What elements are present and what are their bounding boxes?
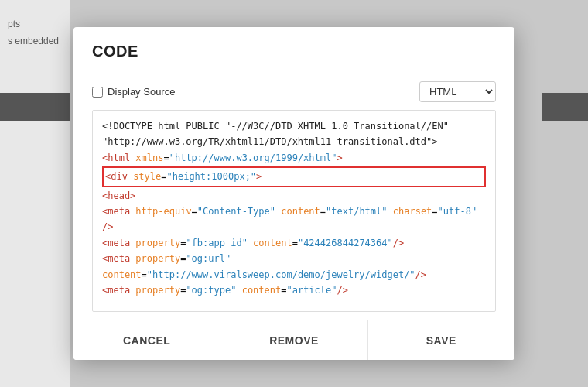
toolbar-row: Display Source HTML CSS JavaScript <box>92 81 496 102</box>
modal-header: CODE <box>74 27 514 70</box>
code-line-10: content="http://www.viralsweep.com/demo/… <box>102 267 486 283</box>
code-line-9: <meta property="og:url" <box>102 251 486 266</box>
format-dropdown[interactable]: HTML CSS JavaScript <box>420 82 495 101</box>
save-button[interactable]: SAVE <box>368 320 514 360</box>
modal-title: CODE <box>92 43 138 60</box>
code-line-11: <meta property="og:type" content="articl… <box>102 283 486 298</box>
display-source-label[interactable]: Display Source <box>92 86 175 98</box>
modal-body: Display Source HTML CSS JavaScript <!DOC… <box>74 70 514 320</box>
code-line-7: /> <box>102 219 486 235</box>
modal-footer: CANCEL REMOVE SAVE <box>74 320 514 360</box>
code-line-5: <head> <box>102 188 486 204</box>
code-line-8: <meta property="fb:app_id" content="4244… <box>102 235 486 251</box>
code-line-3: <html xmlns="http://www.w3.org/1999/xhtm… <box>102 150 486 166</box>
code-line-1: <!DOCTYPE html PUBLIC "-//W3C//DTD XHTML… <box>102 118 486 134</box>
display-source-text: Display Source <box>108 86 175 98</box>
code-line-6: <meta http-equiv="Content-Type" content=… <box>102 204 486 219</box>
code-line-2: "http://www.w3.org/TR/xhtml11/DTD/xhtml1… <box>102 134 486 149</box>
remove-button[interactable]: REMOVE <box>220 320 368 360</box>
format-selector[interactable]: HTML CSS JavaScript <box>419 81 496 102</box>
code-area: <!DOCTYPE html PUBLIC "-//W3C//DTD XHTML… <box>92 110 496 312</box>
code-line-4-highlighted: <div style="height:1000px;"> <box>102 166 486 187</box>
modal-overlay: CODE Display Source HTML CSS JavaScript <box>0 0 588 387</box>
cancel-button[interactable]: CANCEL <box>74 320 220 360</box>
display-source-checkbox[interactable] <box>92 87 103 98</box>
code-modal: CODE Display Source HTML CSS JavaScript <box>74 27 514 360</box>
